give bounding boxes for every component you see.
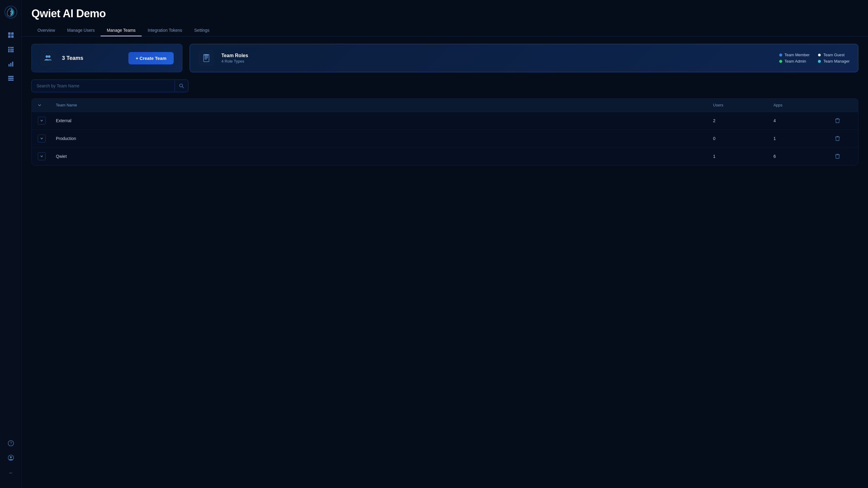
- search-input[interactable]: [32, 80, 175, 92]
- row-name-production: Production: [56, 136, 713, 141]
- trash-icon: [835, 118, 840, 123]
- svg-rect-30: [205, 57, 208, 58]
- search-row: [31, 80, 858, 92]
- delete-button-production[interactable]: [834, 135, 841, 142]
- svg-rect-19: [8, 78, 13, 79]
- svg-rect-10: [10, 49, 12, 51]
- svg-rect-13: [10, 51, 12, 52]
- table-row: Production 0 1: [32, 130, 858, 148]
- role-dot-manager: [818, 60, 821, 63]
- header-expand: [38, 103, 56, 107]
- svg-rect-18: [8, 76, 13, 77]
- role-label-member: Team Member: [785, 53, 810, 57]
- row-expand-external: [38, 117, 56, 124]
- svg-point-26: [48, 55, 51, 58]
- svg-text:?: ?: [10, 441, 12, 446]
- role-item-manager: Team Manager: [818, 59, 849, 63]
- role-label-guest: Team Guest: [823, 53, 844, 57]
- svg-rect-15: [8, 64, 10, 66]
- roles-card-icon: [198, 50, 214, 66]
- svg-rect-9: [8, 49, 10, 51]
- expand-button-external[interactable]: [38, 117, 45, 124]
- tab-settings[interactable]: Settings: [188, 25, 216, 36]
- sidebar-table-icon[interactable]: [5, 73, 17, 85]
- role-item-guest: Team Guest: [818, 53, 849, 57]
- row-apps-qwiet: 6: [773, 154, 834, 159]
- trash-icon: [835, 153, 840, 159]
- sidebar-help-icon[interactable]: ?: [5, 437, 17, 449]
- table-header: Team Name Users Apps: [32, 98, 858, 112]
- svg-rect-3: [11, 32, 13, 35]
- sidebar-user-icon[interactable]: [5, 452, 17, 464]
- svg-rect-7: [10, 47, 12, 48]
- svg-rect-8: [12, 47, 13, 48]
- tab-integration-tokens[interactable]: Integration Tokens: [142, 25, 188, 36]
- teams-card-info: 3 Teams: [62, 55, 122, 61]
- svg-line-33: [182, 87, 184, 88]
- app-logo[interactable]: [4, 5, 18, 19]
- svg-rect-12: [8, 51, 10, 52]
- delete-button-qwiet[interactable]: [834, 152, 841, 160]
- svg-rect-17: [12, 62, 13, 66]
- header: Qwiet AI Demo: [22, 0, 868, 25]
- sidebar-dashboard-icon[interactable]: [5, 29, 17, 41]
- header-actions: [834, 103, 852, 107]
- header-team-name: Team Name: [56, 103, 713, 107]
- search-button[interactable]: [175, 80, 188, 91]
- role-dot-member: [779, 54, 782, 57]
- role-dot-admin: [779, 60, 782, 63]
- main-content: Qwiet AI Demo Overview Manage Users Mana…: [22, 0, 868, 488]
- teams-summary-card: 3 Teams + Create Team: [31, 44, 182, 72]
- sidebar: ? ▬: [0, 0, 22, 488]
- delete-button-external[interactable]: [834, 117, 841, 124]
- row-expand-qwiet: [38, 152, 56, 160]
- row-apps-production: 1: [773, 136, 834, 141]
- chevron-icon: [40, 119, 43, 122]
- role-item-member: Team Member: [779, 53, 811, 57]
- table-row: External 2 4: [32, 112, 858, 130]
- chevron-icon: [40, 137, 43, 140]
- row-users-external: 2: [713, 118, 773, 123]
- row-delete-external: [834, 117, 852, 124]
- tab-manage-users[interactable]: Manage Users: [61, 25, 100, 36]
- header-apps: Apps: [773, 103, 834, 107]
- svg-rect-31: [205, 59, 207, 59]
- svg-rect-2: [8, 32, 10, 35]
- role-item-admin: Team Admin: [779, 59, 811, 63]
- teams-card-icon: [40, 50, 56, 66]
- row-delete-production: [834, 135, 852, 142]
- roles-legend: Team Member Team Guest Team Admin Team M…: [779, 53, 849, 63]
- sidebar-bottom: ? ▬: [5, 437, 17, 483]
- svg-rect-14: [12, 51, 13, 52]
- expand-button-qwiet[interactable]: [38, 152, 45, 160]
- table-row: Qwiet 1 6: [32, 148, 858, 165]
- teams-count: 3 Teams: [62, 55, 122, 61]
- page-title: Qwiet AI Demo: [31, 7, 106, 20]
- svg-rect-16: [10, 63, 11, 66]
- tab-overview[interactable]: Overview: [31, 25, 61, 36]
- row-delete-qwiet: [834, 152, 852, 160]
- sidebar-chart-icon[interactable]: [5, 58, 17, 70]
- role-dot-guest: [818, 54, 821, 57]
- row-expand-production: [38, 135, 56, 142]
- tab-manage-teams[interactable]: Manage Teams: [100, 25, 141, 36]
- create-team-button[interactable]: + Create Team: [128, 52, 174, 64]
- svg-rect-27: [204, 55, 208, 56]
- sidebar-grid-icon[interactable]: [5, 44, 17, 56]
- teams-table: Team Name Users Apps External 2 4: [31, 98, 858, 165]
- svg-rect-29: [205, 56, 208, 57]
- trash-icon: [835, 136, 840, 141]
- sidebar-bottom-bar-icon: ▬: [5, 466, 17, 478]
- row-name-external: External: [56, 118, 713, 123]
- roles-title: Team Roles: [221, 53, 248, 58]
- role-label-admin: Team Admin: [785, 59, 806, 63]
- svg-point-25: [45, 55, 48, 58]
- summary-cards: 3 Teams + Create Team Team Roles: [31, 44, 858, 72]
- roles-card-info: Team Roles 4 Role Types: [221, 53, 248, 63]
- svg-rect-20: [8, 80, 13, 81]
- roles-summary-card: Team Roles 4 Role Types Team Member Team…: [190, 44, 858, 72]
- chevron-down-icon: [38, 104, 41, 107]
- content-area: 3 Teams + Create Team Team Roles: [22, 44, 868, 488]
- row-name-qwiet: Qwiet: [56, 154, 713, 159]
- expand-button-production[interactable]: [38, 135, 45, 142]
